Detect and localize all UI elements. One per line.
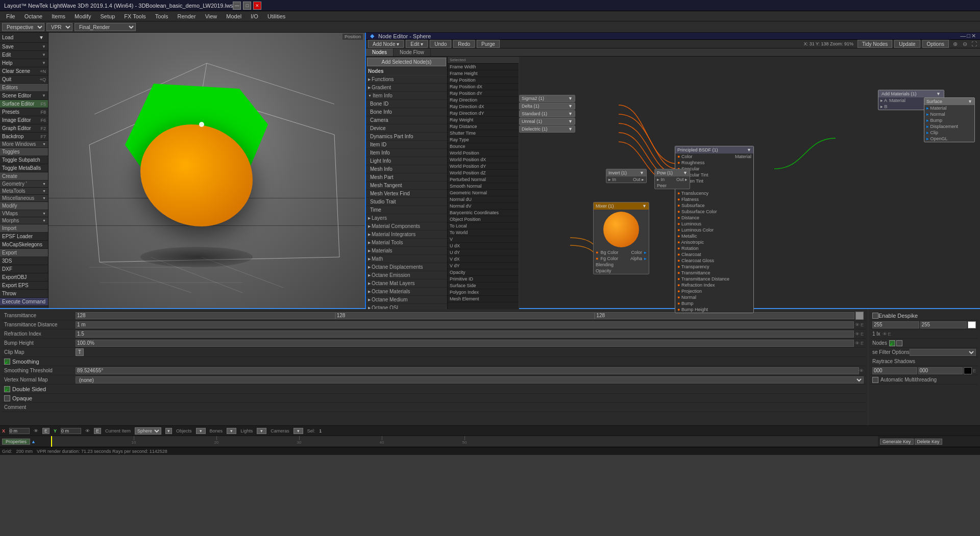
input-item[interactable]: V dY <box>448 263 519 269</box>
sidebar-graph-editor[interactable]: Graph Editor F2 <box>0 124 48 133</box>
sidebar-edit[interactable]: Edit ▼ <box>0 51 48 59</box>
input-item[interactable]: World Position <box>448 150 519 157</box>
ne-edit-btn[interactable]: Edit ▾ <box>406 40 428 48</box>
y-eye-icon[interactable]: 👁 <box>85 428 90 433</box>
ne-minimize[interactable]: — <box>960 33 966 39</box>
menu-io[interactable]: I/O <box>247 12 262 20</box>
lights-btn[interactable]: ▾ <box>257 428 266 434</box>
input-item[interactable]: Barycentric Coordinates <box>448 210 519 216</box>
viewport-type-select[interactable]: Perspective <box>2 23 44 31</box>
dielectric-node[interactable]: Dielectric (1) ▼ <box>519 125 575 133</box>
bh-eye-icon[interactable]: 👁 <box>855 341 860 346</box>
mixer-node[interactable]: Mixer (1) ▼ ●Bg Color Color▸ ●Fg Color A… <box>593 202 649 274</box>
sidebar-toggle-metaballs[interactable]: Toggle MetaBalls <box>0 164 48 172</box>
generate-key-btn[interactable]: Generate Key <box>880 439 914 445</box>
category-octane-emission[interactable]: Octane Emission <box>366 271 447 279</box>
menu-octane[interactable]: Octane <box>20 12 46 20</box>
category-octane-displacements[interactable]: Octane Displacements <box>366 263 447 271</box>
sidebar-backdrop[interactable]: Backdrop F7 <box>0 133 48 141</box>
y-e-btn[interactable]: E <box>94 428 101 434</box>
sidebar-epsf[interactable]: EPSF Loader <box>0 233 48 241</box>
input-item[interactable]: Geometric Normal <box>448 190 519 196</box>
sigma2-node[interactable]: Sigma2 (1) ▼ <box>519 95 575 102</box>
category-functions[interactable]: Functions <box>366 75 447 84</box>
input-item[interactable]: V <box>448 236 519 243</box>
sidebar-vmaps[interactable]: VMaps <box>0 210 48 217</box>
surface-node[interactable]: Surface ▼ ▸ Material ▸ Normal ▸ Bump ▸ D… <box>924 97 975 142</box>
x-eye-icon[interactable]: 👁 <box>34 428 38 433</box>
subcategory-time[interactable]: Time <box>366 206 447 214</box>
menu-utilities[interactable]: Utilities <box>263 12 289 20</box>
st-eye-icon[interactable]: 👁 <box>859 368 864 373</box>
subcategory-mesh-tangent[interactable]: Mesh Tangent <box>366 182 447 190</box>
vpr-select[interactable]: VPR <box>46 23 72 31</box>
sidebar-execute-command[interactable]: Execute Command <box>0 298 48 306</box>
ne-add-node-btn[interactable]: Add Node ▾ <box>368 40 404 48</box>
sidebar-3ds[interactable]: 3DS <box>0 257 48 265</box>
input-item[interactable]: Primitive ID <box>448 276 519 283</box>
sidebar-throw[interactable]: Throw <box>0 290 48 298</box>
category-octane-mat-layers[interactable]: Octane Mat Layers <box>366 279 447 288</box>
ne-update-btn[interactable]: Update <box>894 40 920 48</box>
render-select[interactable]: Final_Render <box>75 23 136 31</box>
sidebar-help[interactable]: Help ▼ <box>0 59 48 67</box>
input-item[interactable]: Shutter Time <box>448 130 519 137</box>
input-item[interactable]: Normal dU <box>448 196 519 203</box>
ne-fit-icon[interactable]: ⛶ <box>971 41 977 47</box>
category-material-tools[interactable]: Material Tools <box>366 239 447 247</box>
sidebar-image-editor[interactable]: Image Editor F6 <box>0 116 48 124</box>
ne-maximize[interactable]: □ <box>967 33 970 39</box>
input-item[interactable]: Frame Height <box>448 70 519 77</box>
sidebar-metatools[interactable]: MetaTools <box>0 188 48 195</box>
current-item-select[interactable]: Sphere <box>135 427 161 435</box>
subcategory-dynamics-part-info[interactable]: Dynamics Part Info <box>366 133 447 141</box>
input-item[interactable]: Ray Direction <box>448 97 519 104</box>
bump-height-input[interactable] <box>76 340 854 347</box>
bones-btn[interactable]: ▾ <box>227 428 236 434</box>
input-item[interactable]: U dY <box>448 249 519 256</box>
sidebar-toggle-subpatch[interactable]: Toggle Subpatch <box>0 156 48 164</box>
input-item[interactable]: World Position dY <box>448 163 519 170</box>
sidebar-exportobj[interactable]: ExportOBJ <box>0 273 48 282</box>
menu-view[interactable]: View <box>201 12 222 20</box>
shadow-color-swatch[interactable] <box>964 367 972 374</box>
invert-node[interactable]: Invert (1) ▼ ▸ In Out ▸ <box>606 169 647 183</box>
auto-mt-checkbox[interactable] <box>872 377 878 383</box>
shadow-r-input[interactable] <box>872 367 917 374</box>
input-item[interactable]: Ray Position dX <box>448 84 519 90</box>
category-octane-medium[interactable]: Octane Medium <box>366 296 447 304</box>
delete-key-btn[interactable]: Delete Key <box>915 439 942 445</box>
ne-tab-node-flow[interactable]: Node Flow <box>394 48 431 56</box>
sidebar-presets[interactable]: Presets F8 <box>0 108 48 116</box>
objects-btn[interactable]: ▾ <box>196 428 206 434</box>
category-layers[interactable]: Layers <box>366 214 447 222</box>
sidebar-quit[interactable]: Quit +Q <box>0 75 48 84</box>
subcategory-light-info[interactable]: Light Info <box>366 157 447 165</box>
sidebar-dxf[interactable]: DXF <box>0 265 48 273</box>
menu-items[interactable]: Items <box>47 12 69 20</box>
sidebar-miscellaneous[interactable]: Miscellaneous <box>0 195 48 202</box>
node-canvas[interactable]: Add Materials (1) ▼ ▸ A Material ▸ B Sig… <box>519 57 980 337</box>
double-sided-checkbox[interactable] <box>4 386 10 392</box>
standard-node[interactable]: Standard (1) ▼ <box>519 110 575 117</box>
input-item[interactable]: Ray Direction dX <box>448 104 519 110</box>
bh-e-icon[interactable]: E <box>861 341 864 346</box>
input-item[interactable]: Ray Position <box>448 77 519 84</box>
filter-options-select[interactable] <box>910 349 976 356</box>
subcategory-mesh-vertex-find[interactable]: Mesh Vertex Find <box>366 190 447 198</box>
menu-render[interactable]: Render <box>174 12 200 20</box>
sidebar-mocap[interactable]: MoCapSkelegons <box>0 241 48 249</box>
input-item[interactable]: Ray Type <box>448 137 519 143</box>
input-item[interactable]: Ray Position dY <box>448 90 519 97</box>
input-item[interactable]: V dX <box>448 256 519 263</box>
input-item[interactable]: Polygon Index <box>448 289 519 296</box>
menu-setup[interactable]: Setup <box>96 12 119 20</box>
input-item[interactable]: Surface Side <box>448 283 519 289</box>
category-math[interactable]: Math <box>366 255 447 263</box>
subcategory-bone-info[interactable]: Bone Info <box>366 108 447 116</box>
input-item[interactable]: Ray Weight <box>448 117 519 123</box>
nodes-checkbox[interactable] <box>889 340 895 346</box>
sidebar-clear-scene[interactable]: Clear Scene +N <box>0 67 48 75</box>
input-item[interactable]: Opacity <box>448 269 519 276</box>
x-e-btn[interactable]: E <box>42 428 50 434</box>
